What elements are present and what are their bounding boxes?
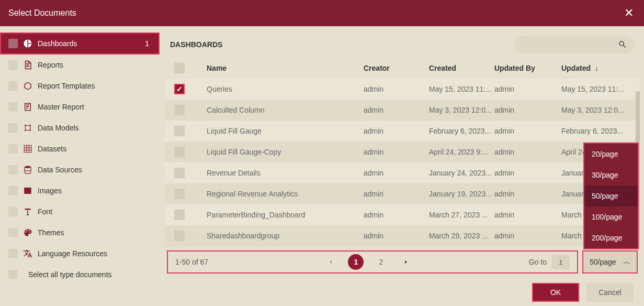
svg-point-3 (29, 129, 31, 131)
main-panel: DASHBOARDS Name Creator Created Updated … (160, 26, 644, 279)
cell-created: February 6, 2023... (429, 127, 494, 135)
cell-creator: admin (364, 169, 429, 177)
checkbox-icon[interactable] (8, 228, 18, 237)
dialog-footer: OK Cancel (0, 279, 644, 306)
sidebar-item-language-resources[interactable]: Language Resources (0, 243, 160, 264)
sidebar: Dashboards1ReportsReport TemplatesMaster… (0, 26, 160, 279)
checkbox-icon[interactable] (8, 186, 18, 195)
pie-chart-icon (23, 39, 32, 48)
pager: 12 (323, 254, 414, 270)
file-icon (23, 60, 32, 70)
svg-point-2 (25, 129, 26, 131)
sidebar-item-label: Master Report (38, 103, 151, 111)
page-size-option[interactable]: 50/page (584, 185, 638, 206)
row-checkbox[interactable] (174, 168, 185, 178)
model-icon (23, 123, 32, 133)
checkbox-icon[interactable] (8, 39, 18, 48)
column-header-name[interactable]: Name (207, 64, 364, 72)
column-header-creator[interactable]: Creator (364, 64, 429, 72)
row-checkbox[interactable] (174, 84, 185, 94)
page-1[interactable]: 1 (348, 254, 364, 270)
table-row[interactable]: Liquid Fill Gauge-CopyadminApril 24, 202… (165, 141, 640, 162)
ok-button[interactable]: OK (532, 283, 579, 302)
table-row[interactable]: Liquid Fill GaugeadminFebruary 6, 2023..… (165, 121, 640, 141)
row-checkbox[interactable] (174, 147, 185, 157)
page-size-option[interactable]: 30/page (584, 165, 638, 185)
sidebar-item-reports[interactable]: Reports (0, 54, 160, 75)
palette-icon (23, 228, 32, 237)
sidebar-item-master-report[interactable]: Master Report (0, 96, 160, 117)
table-row[interactable]: Regional Revenue AnalyticsadminJanuary 1… (165, 183, 640, 204)
image-icon (23, 186, 32, 195)
sidebar-item-data-sources[interactable]: Data Sources (0, 159, 160, 180)
sidebar-item-font[interactable]: Font (0, 201, 160, 222)
page-size-option[interactable]: 100/page (584, 206, 638, 227)
column-header-created[interactable]: Created (429, 64, 494, 72)
table-row[interactable]: QueriesadminMay 15, 2023 11:...adminMay … (165, 79, 640, 100)
cell-created: May 15, 2023 11:... (429, 85, 494, 93)
sidebar-item-label: Images (38, 187, 151, 195)
select-all-label: Select all type documents (28, 270, 151, 279)
page-size-option[interactable]: 20/page (584, 144, 638, 165)
select-all-checkbox[interactable] (174, 63, 185, 73)
sidebar-item-dashboards[interactable]: Dashboards1 (0, 32, 160, 54)
row-checkbox[interactable] (174, 105, 185, 115)
sidebar-item-data-models[interactable]: Data Models (0, 117, 160, 138)
cell-name: Liquid Fill Gauge-Copy (207, 148, 364, 156)
cancel-button[interactable]: Cancel (586, 283, 634, 302)
table-row[interactable]: ParameterBinding_DashboardadminMarch 27,… (165, 204, 640, 225)
sidebar-select-all[interactable]: Select all type documents (0, 264, 160, 279)
pagination: 1-50 of 67 12 Go to 50/page ︿ (165, 249, 640, 275)
row-checkbox[interactable] (174, 189, 185, 199)
column-header-updated[interactable]: Updated ↓ (561, 64, 635, 72)
checkbox-icon[interactable] (8, 81, 18, 91)
goto-label: Go to (529, 258, 547, 266)
checkbox-icon[interactable] (8, 207, 18, 216)
cell-name: Sharedashboardgroup (207, 232, 364, 240)
checkbox-icon[interactable] (8, 102, 18, 112)
page-size-label: 50/page (590, 258, 616, 266)
checkbox-icon[interactable] (8, 144, 18, 154)
close-icon[interactable]: ✕ (622, 4, 636, 22)
checkbox-icon[interactable] (8, 60, 18, 70)
table-row[interactable]: SharedashboardgroupadminMarch 29, 2023 .… (165, 225, 640, 246)
checkbox-icon[interactable] (8, 165, 18, 174)
cell-updatedby: admin (494, 190, 561, 198)
sidebar-item-images[interactable]: Images (0, 180, 160, 201)
checkbox-icon[interactable] (8, 249, 18, 258)
page-size-option[interactable]: 200/page (584, 227, 638, 248)
next-page-icon[interactable] (398, 254, 414, 270)
sidebar-item-count: 1 (145, 39, 151, 48)
cell-name: Liquid Fill Gauge (207, 127, 364, 135)
sidebar-item-report-templates[interactable]: Report Templates (0, 75, 160, 96)
row-checkbox[interactable] (174, 231, 185, 241)
svg-point-4 (25, 166, 31, 169)
cell-name: Revenue Details (207, 169, 364, 177)
row-checkbox[interactable] (174, 210, 185, 220)
checkbox-icon[interactable] (8, 270, 18, 279)
report-icon (23, 102, 32, 112)
dialog-title: Select Documents (8, 8, 76, 18)
cell-created: January 24, 2023... (429, 169, 494, 177)
cell-updated: February 6, 2023... (561, 127, 635, 135)
font-icon (23, 207, 32, 216)
checkbox-icon[interactable] (8, 123, 18, 133)
cell-created: March 27, 2023 ... (429, 211, 494, 219)
page-2[interactable]: 2 (373, 254, 389, 270)
sidebar-item-label: Font (38, 207, 151, 216)
page-size-select[interactable]: 50/page ︿ (582, 250, 638, 274)
sidebar-item-datasets[interactable]: Datasets (0, 138, 160, 159)
table-row[interactable]: Revenue DetailsadminJanuary 24, 2023...a… (165, 162, 640, 183)
cell-updatedby: admin (494, 232, 561, 240)
table-row[interactable]: Calculted ColumnadminMay 3, 2023 12:0...… (165, 100, 640, 121)
sidebar-item-label: Datasets (38, 145, 151, 153)
cell-name: ParameterBinding_Dashboard (207, 211, 364, 219)
cell-created: May 3, 2023 12:0... (429, 106, 494, 114)
search-input[interactable] (514, 36, 635, 53)
prev-page-icon[interactable] (323, 254, 338, 270)
sidebar-item-themes[interactable]: Themes (0, 222, 160, 243)
column-header-updatedby[interactable]: Updated By (494, 64, 561, 72)
row-checkbox[interactable] (174, 126, 185, 136)
goto-input[interactable] (552, 255, 570, 269)
cell-created: January 19, 2023... (429, 190, 494, 198)
